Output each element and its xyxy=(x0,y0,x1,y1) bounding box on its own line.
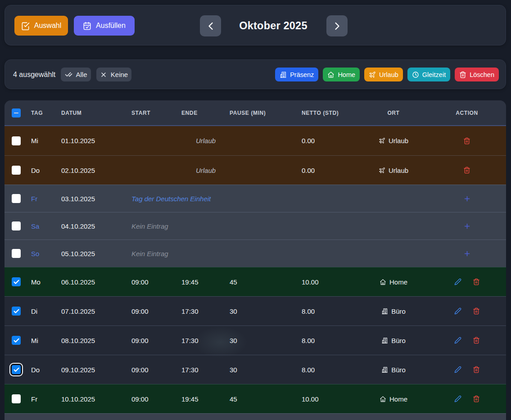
edit-button[interactable] xyxy=(454,395,461,402)
plane-icon xyxy=(379,167,385,174)
trash-icon xyxy=(459,71,466,78)
row-checkbox[interactable] xyxy=(12,249,21,258)
cell-pause: 30 xyxy=(224,337,296,344)
chevron-right-icon xyxy=(331,20,344,32)
edit-button[interactable] xyxy=(454,307,461,315)
bulk-trash-button[interactable]: Löschen xyxy=(455,68,499,81)
cell-date: 06.10.2025 xyxy=(57,278,126,286)
cell-start: 09:00 xyxy=(126,395,176,403)
time-tracking-app: Auswahl Ausfüllen Oktober 2025 4 ausgewä… xyxy=(0,0,511,420)
select-mode-button[interactable]: Auswahl xyxy=(14,16,68,36)
header-pause: PAUSE (MIN) xyxy=(224,110,296,116)
row-checkbox-cell xyxy=(5,136,26,145)
cell-date: 03.10.2025 xyxy=(57,195,126,203)
cell-netto: 10.00 xyxy=(296,395,359,403)
cell-ort: Urlaub xyxy=(359,137,428,145)
cell-special-empty: Kein Eintrag xyxy=(126,250,428,257)
chevron-left-icon xyxy=(204,20,217,32)
row-checkbox[interactable] xyxy=(12,221,21,230)
row-checkbox[interactable] xyxy=(12,365,21,374)
delete-button[interactable] xyxy=(473,366,480,373)
row-checkbox-cell xyxy=(5,249,26,258)
bulk-home-button[interactable]: Home xyxy=(323,68,360,81)
next-month-button[interactable] xyxy=(326,15,348,36)
cell-date: 05.10.2025 xyxy=(57,250,126,257)
cell-date: 01.10.2025 xyxy=(57,137,126,145)
delete-button[interactable] xyxy=(463,167,470,174)
table-row: Mi08.10.202509:0017:30308.00Büro xyxy=(5,325,506,355)
delete-button[interactable] xyxy=(473,337,480,344)
cell-action xyxy=(428,395,506,402)
trash-icon xyxy=(473,278,480,285)
cell-action xyxy=(428,250,506,257)
cell-action xyxy=(428,167,506,174)
delete-button[interactable] xyxy=(473,278,480,285)
edit-button[interactable] xyxy=(454,337,461,344)
month-toolbar: Auswahl Ausfüllen Oktober 2025 xyxy=(5,5,506,45)
row-checkbox-cell xyxy=(5,307,26,316)
cell-action xyxy=(428,307,506,315)
cell-special-empty: Kein Eintrag xyxy=(126,222,428,230)
row-checkbox[interactable] xyxy=(12,336,21,345)
row-checkbox[interactable] xyxy=(12,194,21,203)
add-entry-button[interactable] xyxy=(463,195,471,203)
previous-month-button[interactable] xyxy=(200,15,221,36)
table-row: Do02.10.2025Urlaub0.00Urlaub xyxy=(5,155,506,185)
row-checkbox[interactable] xyxy=(12,277,21,286)
cell-start: 09:00 xyxy=(126,307,176,315)
cell-action xyxy=(428,222,506,230)
ort-label: Home xyxy=(389,278,407,286)
ort-label: Büro xyxy=(391,366,406,374)
cell-ende: 17:30 xyxy=(176,366,224,374)
table-row: So05.10.2025Kein Eintrag xyxy=(5,239,506,267)
cell-start: 09:00 xyxy=(126,366,176,374)
delete-button[interactable] xyxy=(473,395,480,402)
select-all-checkbox[interactable] xyxy=(12,108,21,117)
double-check-icon xyxy=(65,71,72,78)
row-checkbox-cell xyxy=(5,336,26,345)
row-checkbox-cell xyxy=(5,194,26,203)
row-checkbox[interactable] xyxy=(12,394,21,403)
fill-button[interactable]: Ausfüllen xyxy=(74,16,135,36)
delete-button[interactable] xyxy=(463,137,470,145)
trash-icon xyxy=(473,395,480,402)
bulk-plane-button[interactable]: Urlaub xyxy=(364,68,403,81)
bulk-building-button[interactable]: Präsenz xyxy=(275,68,318,81)
fill-label: Ausfüllen xyxy=(96,22,126,30)
month-title: Oktober 2025 xyxy=(221,5,326,46)
select-all-button[interactable]: Alle xyxy=(61,68,91,81)
plus-icon xyxy=(463,195,471,203)
cell-ende: 17:30 xyxy=(176,337,224,344)
select-all-label: Alle xyxy=(76,71,87,78)
row-checkbox[interactable] xyxy=(12,307,21,316)
cell-day: Mo xyxy=(26,278,57,286)
row-checkbox[interactable] xyxy=(12,166,21,175)
bulk-button-label: Löschen xyxy=(470,71,494,78)
row-checkbox[interactable] xyxy=(12,136,21,145)
edit-button[interactable] xyxy=(454,366,461,373)
add-entry-button[interactable] xyxy=(463,222,471,230)
cell-day: Do xyxy=(26,167,57,174)
row-checkbox-cell xyxy=(5,277,26,286)
trash-icon xyxy=(473,337,480,344)
delete-button[interactable] xyxy=(473,307,480,315)
bulk-button-label: Gleitzeit xyxy=(422,71,446,78)
cell-netto: 8.00 xyxy=(296,337,359,344)
cell-day: Di xyxy=(26,307,57,315)
home-icon xyxy=(380,396,386,402)
check-icon xyxy=(13,279,20,285)
add-entry-button[interactable] xyxy=(463,250,471,257)
cell-action xyxy=(428,337,506,344)
cell-date: 08.10.2025 xyxy=(57,337,126,344)
building-icon xyxy=(280,71,287,78)
bulk-button-label: Urlaub xyxy=(379,71,398,78)
calendar-check-icon xyxy=(83,22,91,30)
pencil-icon xyxy=(454,278,461,285)
cell-pause: 45 xyxy=(224,278,296,286)
table-body: Mi01.10.2025Urlaub0.00UrlaubDo02.10.2025… xyxy=(5,126,506,420)
select-none-button[interactable]: Keine xyxy=(96,68,131,81)
edit-button[interactable] xyxy=(454,278,461,285)
table-row: Fr10.10.202509:0019:454510.00Home xyxy=(5,384,506,413)
pencil-icon xyxy=(454,395,461,402)
bulk-clock-button[interactable]: Gleitzeit xyxy=(407,68,450,81)
